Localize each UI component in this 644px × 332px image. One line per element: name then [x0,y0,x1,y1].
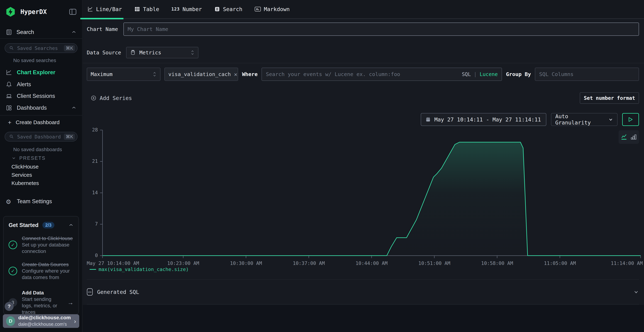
sidebar-item-chart-explorer[interactable]: Chart Explorer [0,67,82,78]
divider [83,63,644,63]
sidebar-item-alerts[interactable]: Alerts [0,79,82,90]
tab-line-bar[interactable]: Line/Bar [87,0,122,18]
close-icon[interactable]: ✕ [234,71,237,78]
logo-row: HyperDX [5,5,78,18]
sidebar-item-label: Chart Explorer [17,69,55,76]
preset-kubernetes[interactable]: Kubernetes [12,179,39,187]
generated-sql-label: Generated SQL [97,289,139,295]
create-dashboard-button[interactable]: + Create Dashboard [0,117,82,127]
chevron-up-icon [72,30,76,35]
metric-tag[interactable]: visa_validation_cach ✕ [164,68,238,81]
set-number-format-button[interactable]: Set number format [580,92,639,104]
collapse-sidebar-icon[interactable] [68,8,78,16]
checklist-item-connect[interactable]: ✓ Connect to ClickHouse Set up your data… [8,235,74,254]
checklist-item-title: Connect to ClickHouse [22,236,73,241]
checklist-item-subtitle: Set up your database connection [22,242,70,254]
svg-text:11:14:00 AM: 11:14:00 AM [611,260,643,266]
saved-dashboards-field[interactable] [17,134,61,140]
chart-name-input[interactable] [128,26,635,32]
get-started-card: Get Started 2/3 ✓ Connect to ClickHouse … [3,216,79,314]
saved-searches-field[interactable] [17,46,61,51]
data-source-label: Data Source [87,50,121,56]
metric-line-chart[interactable]: 07142128May 27 10:14:00 AM10:23:00 AM10:… [82,123,644,266]
sidebar-item-team-settings[interactable]: ⚙ Team Settings [0,196,82,207]
svg-text:28: 28 [92,127,98,132]
checklist-item-title: Create Data Sources [22,262,68,267]
chart-name-input-box [124,22,639,36]
svg-text:May 27 10:14:00 AM: May 27 10:14:00 AM [87,260,139,266]
check-circle-icon: ✓ [8,240,17,249]
chevron-down-icon[interactable] [633,289,639,295]
where-search-input[interactable] [266,71,462,77]
help-button[interactable]: ? [5,302,14,311]
sidebar-item-label: Team Settings [17,198,52,205]
lucene-toggle[interactable]: Lucene [480,71,498,77]
svg-text:0: 0 [95,252,98,258]
sidebar-item-client-sessions[interactable]: Client Sessions [0,90,82,102]
checklist-item-subtitle: Start sending logs, metrics, or traces [22,296,57,315]
no-saved-dashboards-text: No saved dashboards [13,147,62,152]
chart-type-tabbar: Line/Bar Table 123 Number S [83,0,644,19]
chart-legend[interactable]: max(visa_validation_cache.size) [90,266,189,272]
checklist-item-subtitle: Configure where your data comes from [22,268,70,280]
main-content: Line/Bar Table 123 Number S [83,0,644,332]
markdown-icon: M↓ [254,6,261,12]
search-section-label: Search [16,29,34,36]
preset-services[interactable]: Services [12,171,32,179]
sidebar-item-dashboards[interactable]: Dashboards [0,102,82,114]
no-saved-searches-text: No saved searches [13,58,56,63]
brand-title: HyperDX [20,8,68,16]
user-email: dale@clickhouse.com [18,315,71,320]
saved-dashboards-input[interactable]: ⌘K [5,132,78,142]
group-by-input-box [535,68,639,81]
add-series-button[interactable]: Add Series [91,95,132,101]
saved-searches-input[interactable]: ⌘K [5,43,78,53]
tab-search[interactable]: Search [214,0,242,18]
svg-text:10:44:00 AM: 10:44:00 AM [356,260,388,266]
sql-toggle[interactable]: SQL [462,71,471,77]
chevron-up-icon [72,105,76,110]
svg-text:10:23:00 AM: 10:23:00 AM [167,260,199,266]
aggregation-select[interactable]: Maximum [87,68,160,81]
divider [0,115,82,116]
search-section-header[interactable]: Search [0,26,82,39]
legend-line-swatch [90,269,96,270]
user-menu[interactable]: D dale@clickhouse.com dale@clickhouse.co… [3,314,79,328]
list-document-icon [214,6,220,12]
group-by-label: Group By [506,71,531,77]
checklist-item-datasources[interactable]: ✓ Create Data Sources Configure where yo… [8,261,74,281]
tab-markdown[interactable]: M↓ Markdown [254,0,290,18]
svg-text:10:30:00 AM: 10:30:00 AM [230,260,262,266]
chevron-up-icon[interactable] [68,223,74,228]
database-icon [130,50,136,56]
data-source-select[interactable]: Metrics [126,47,198,58]
preset-clickhouse[interactable]: ClickHouse [12,163,39,171]
sidebar: HyperDX Search ⌘K No saved searches [0,0,82,332]
tab-label: Number [182,6,202,12]
gear-icon: ⚙ [6,198,12,205]
chevron-down-icon [12,156,16,160]
avatar: D [6,316,15,326]
tab-number[interactable]: 123 Number [172,0,202,18]
query-language-toggle[interactable]: SQL | Lucene [462,71,498,77]
checklist-item-add-data[interactable]: 3 Add Data Start sending logs, metrics, … [8,290,74,315]
legend-label: max(visa_validation_cache.size) [98,266,189,272]
tab-table[interactable]: Table [134,0,159,18]
laptop-icon [6,93,12,99]
chevron-up-down-icon [190,50,194,55]
generated-sql-row[interactable]: <> Generated SQL [87,280,639,304]
chart-name-label: Chart Name [87,26,118,32]
check-circle-icon: ✓ [8,267,17,275]
sidebar-item-label: Client Sessions [17,93,55,99]
group-by-input[interactable] [539,71,635,77]
chevron-right-icon: › [74,318,76,325]
svg-text:21: 21 [92,158,98,164]
bottom-strip [83,305,644,332]
magnifier-icon [9,46,14,51]
aggregation-value: Maximum [91,71,112,77]
hyperdx-logo-icon [5,6,16,17]
shortcut-badge: ⌘K [64,45,75,51]
presets-toggle[interactable]: PRESETS [12,154,46,162]
tab-label: Markdown [264,6,290,12]
svg-text:14: 14 [92,190,98,195]
